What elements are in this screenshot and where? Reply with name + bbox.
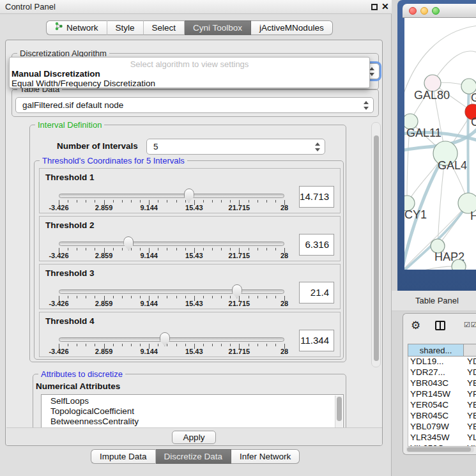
tab-label: Cyni Toolbox bbox=[193, 21, 242, 35]
float-window-icon[interactable] bbox=[371, 4, 378, 10]
slider-tick bbox=[212, 200, 213, 203]
bottom-tab-label: Infer Network bbox=[240, 450, 291, 463]
column-layout-icon[interactable] bbox=[435, 321, 445, 330]
network-edge[interactable] bbox=[468, 86, 469, 203]
slider-tick-label: -3.426 bbox=[49, 204, 68, 211]
threshold-row-2: Threshold 2-3.4262.8599.14415.4321.71528… bbox=[39, 216, 341, 261]
attribute-item-topologicalcoefficient[interactable]: TopologicalCoefficient bbox=[42, 406, 343, 417]
slider-tick-label: 21.715 bbox=[229, 348, 250, 355]
slider-tick-label: 28 bbox=[280, 300, 288, 307]
table-row[interactable]: YDL19...YDL1 bbox=[408, 357, 476, 367]
close-icon[interactable]: ✕ bbox=[381, 1, 389, 12]
threshold-value-field[interactable]: 21.4 bbox=[299, 282, 334, 303]
control-panel-title: Control Panel bbox=[5, 2, 56, 12]
slider-tick bbox=[86, 344, 86, 346]
network-view-window: GAL80GACGAL11GAL4GCY1HHAP2 bbox=[397, 0, 476, 291]
attribute-item-betweennesscentrality[interactable]: BetweennessCentrality bbox=[42, 417, 343, 427]
slider-tick bbox=[230, 296, 231, 298]
apply-button[interactable]: Apply bbox=[172, 431, 216, 444]
tab-style[interactable]: Style bbox=[107, 20, 144, 35]
popup-item-equal-width-frequency[interactable]: Equal Width/Frequency Discretization bbox=[10, 79, 369, 88]
slider-thumb[interactable] bbox=[232, 284, 242, 298]
select-columns-icon[interactable]: ☑☑ bbox=[464, 321, 476, 329]
table-row[interactable]: YBL079WYBL0 bbox=[408, 422, 476, 433]
table-cell: YPR1 bbox=[464, 389, 476, 400]
slider-tick-label: 15.43 bbox=[185, 300, 203, 307]
network-node-label: H bbox=[470, 210, 476, 222]
network-icon bbox=[55, 21, 63, 35]
threshold-label: Threshold 3 bbox=[45, 268, 95, 278]
slider-tick bbox=[230, 344, 231, 346]
threshold-value-field[interactable]: 6.316 bbox=[299, 234, 334, 256]
table-cell: YDR2 bbox=[464, 367, 476, 378]
attributes-scrollbar-thumb[interactable] bbox=[337, 397, 342, 421]
tab-network[interactable]: Network bbox=[46, 20, 107, 35]
network-canvas[interactable]: GAL80GACGAL11GAL4GCY1HHAP2 bbox=[404, 18, 476, 270]
table-data-group: Table Data galFiltered.sif default node bbox=[12, 89, 379, 117]
slider-tick bbox=[249, 248, 249, 250]
number-of-intervals-label: Number of Intervals bbox=[57, 141, 138, 151]
table-column-header-shared-[interactable]: shared... bbox=[408, 344, 464, 357]
attribute-item-selfloops[interactable]: SelfLoops bbox=[42, 396, 343, 406]
slider-tick-label: -3.426 bbox=[49, 348, 68, 355]
bottom-tab-infer-network[interactable]: Infer Network bbox=[231, 449, 300, 464]
tab-select[interactable]: Select bbox=[144, 20, 185, 35]
slider-tick-label: 28 bbox=[280, 348, 288, 355]
settings-gear-icon[interactable]: ⚙ bbox=[411, 319, 420, 332]
slider-tick bbox=[140, 248, 141, 250]
table-scrollbar-thumb[interactable] bbox=[407, 447, 471, 452]
bottom-tab-impute-data[interactable]: Impute Data bbox=[91, 449, 156, 464]
slider-tick bbox=[185, 200, 186, 203]
slider-tick-label: 15.43 bbox=[185, 348, 203, 355]
zoom-traffic-light-icon[interactable] bbox=[432, 7, 440, 15]
minimize-traffic-light-icon[interactable] bbox=[420, 7, 428, 15]
panel-scrollbar-thumb[interactable] bbox=[374, 135, 379, 361]
table-cell: YDL1 bbox=[464, 357, 476, 367]
slider-tick bbox=[167, 344, 167, 346]
bottom-tab-discretize-data[interactable]: Discretize Data bbox=[156, 449, 232, 464]
table-data-combobox[interactable]: galFiltered.sif default node bbox=[15, 97, 374, 113]
table-horizontal-scrollbar[interactable] bbox=[406, 447, 474, 452]
table-cell: YBR0 bbox=[464, 411, 476, 422]
table-row[interactable]: YER054CYER0 bbox=[408, 400, 476, 411]
slider-thumb[interactable] bbox=[160, 332, 170, 346]
cyni-toolbox-panel: Discretization Algorithm Select algorith… bbox=[5, 40, 383, 446]
slider-tick bbox=[167, 248, 167, 250]
table-row[interactable]: YBR045CYBR0 bbox=[408, 411, 476, 422]
number-of-intervals-combobox[interactable]: 5 bbox=[146, 139, 325, 155]
threshold-row-1: Threshold 1-3.4262.8599.14415.4321.71528… bbox=[39, 168, 341, 213]
slider-tick bbox=[212, 248, 213, 250]
slider-track[interactable] bbox=[59, 289, 284, 294]
table-panel: ⚙ ☑☑ shared...na YDL19...YDL1YDR27...YDR… bbox=[403, 313, 476, 455]
tab-cyni-toolbox[interactable]: Cyni Toolbox bbox=[185, 20, 251, 35]
table-row[interactable]: YPR145WYPR1 bbox=[408, 389, 476, 400]
network-node[interactable] bbox=[452, 259, 466, 270]
table-cell: YBR045C bbox=[408, 411, 464, 422]
slider-tick bbox=[221, 344, 222, 346]
tab-jactivemnodules[interactable]: jActiveMNodules bbox=[251, 20, 333, 35]
node-table: shared...na YDL19...YDL1YDR27...YDR2YBR0… bbox=[408, 344, 476, 447]
close-traffic-light-icon[interactable] bbox=[409, 7, 417, 15]
interval-definition-title: Interval Definition bbox=[35, 120, 104, 130]
control-panel: Control Panel ✕ NetworkStyleSelectCyni T… bbox=[0, 0, 392, 476]
table-row[interactable]: YLR345WYLR3 bbox=[408, 433, 476, 443]
slider-track[interactable] bbox=[59, 337, 284, 342]
table-cell: YER0 bbox=[464, 400, 476, 411]
slider-thumb[interactable] bbox=[123, 236, 134, 250]
threshold-value-field[interactable]: 14.713 bbox=[299, 186, 334, 208]
slider-tick bbox=[176, 344, 177, 346]
panel-scrollbar[interactable] bbox=[371, 122, 381, 367]
table-column-header-na[interactable]: na bbox=[464, 344, 476, 357]
table-header: shared...na bbox=[408, 344, 476, 357]
slider-track[interactable] bbox=[59, 194, 284, 198]
slider-track[interactable] bbox=[59, 242, 284, 246]
slider-tick bbox=[203, 200, 204, 203]
slider-tick bbox=[113, 296, 114, 298]
slider-tick bbox=[158, 344, 158, 346]
network-edge[interactable] bbox=[404, 266, 459, 270]
popup-item-manual-discretization[interactable]: Manual Discretization bbox=[10, 69, 369, 79]
threshold-value-field[interactable]: 11.344 bbox=[299, 330, 334, 351]
table-row[interactable]: YDR27...YDR2 bbox=[408, 367, 476, 378]
tab-label: jActiveMNodules bbox=[259, 21, 324, 35]
table-row[interactable]: YBR043CYBR0 bbox=[408, 378, 476, 389]
